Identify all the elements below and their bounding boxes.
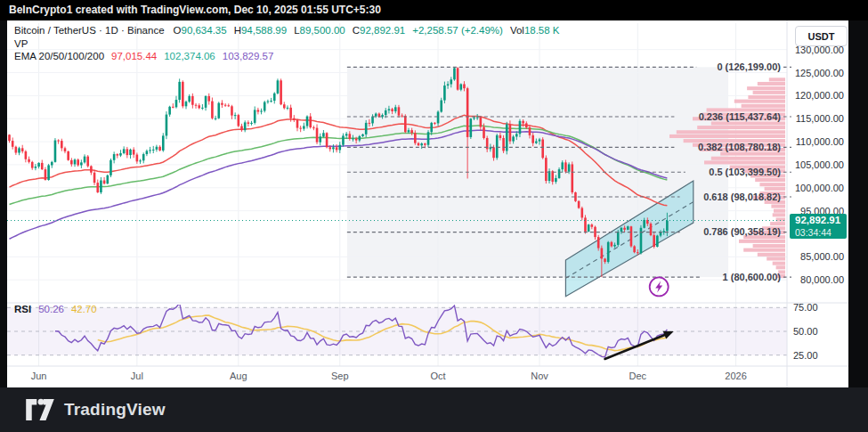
svg-text:0.5 (103,399.50): 0.5 (103,399.50): [709, 167, 781, 177]
ema-indicator-row[interactable]: EMA 20/50/100/200 97,015.44 102,374.06 1…: [14, 51, 560, 64]
svg-text:25.00: 25.00: [793, 350, 818, 361]
ema50-value: 97,015.44: [111, 51, 157, 61]
change-value: +2,258.57 (+2.49%): [412, 25, 503, 36]
watermark-bar: BeInCrypto1 created with TradingView.com…: [0, 0, 868, 20]
symbol-title[interactable]: Bitcoin / TetherUS · 1D · Binance: [14, 25, 165, 36]
rsi-panel: [7, 303, 787, 357]
ema-label: EMA 20/50/100/200: [14, 51, 104, 61]
rsi-legend: RSI 50.26 42.70: [14, 304, 97, 317]
svg-text:105,000.00: 105,000.00: [795, 159, 844, 170]
svg-text:1 (80,600.00): 1 (80,600.00): [723, 272, 782, 282]
svg-text:0 (126,199.00): 0 (126,199.00): [717, 61, 781, 72]
lightning-icon[interactable]: [650, 277, 669, 296]
svg-text:0.236 (115,437.64): 0.236 (115,437.64): [699, 111, 782, 122]
svg-text:75.00: 75.00: [793, 302, 818, 313]
low-value: L89,500.00: [294, 25, 345, 36]
svg-text:Dec: Dec: [629, 371, 647, 381]
svg-text:Jun: Jun: [31, 371, 47, 381]
currency-toggle-button[interactable]: USDT: [795, 26, 848, 46]
vp-label: VP: [14, 38, 28, 49]
svg-text:125,000.00: 125,000.00: [795, 68, 844, 78]
svg-text:85,000.00: 85,000.00: [800, 251, 844, 262]
last-price-value: 92,892.91: [795, 215, 847, 227]
chart-legend: Bitcoin / TetherUS · 1D · Binance O90,63…: [14, 25, 560, 64]
svg-text:2026: 2026: [725, 371, 746, 381]
svg-text:110,000.00: 110,000.00: [796, 136, 844, 147]
svg-text:80,000.00: 80,000.00: [800, 274, 844, 285]
symbol-row: Bitcoin / TetherUS · 1D · Binance O90,63…: [14, 25, 560, 38]
tradingview-logo-icon: [25, 398, 55, 421]
svg-text:Oct: Oct: [430, 371, 445, 381]
footer-bar: TradingView: [0, 387, 868, 432]
close-value: C92,892.91: [353, 25, 405, 36]
svg-text:Jul: Jul: [131, 371, 143, 381]
svg-text:100,000.00: 100,000.00: [795, 183, 844, 193]
open-value: O90,634.35: [174, 25, 227, 36]
high-value: H94,588.99: [234, 25, 287, 36]
svg-text:Sep: Sep: [331, 371, 349, 381]
rsi-row[interactable]: RSI 50.26 42.70: [14, 304, 97, 317]
tradingview-logo: TradingView: [25, 398, 166, 421]
left-frame-strip: [0, 20, 7, 387]
vp-indicator-row[interactable]: VP: [14, 38, 560, 52]
svg-text:115,000.00: 115,000.00: [796, 113, 844, 124]
rsi-title: RSI: [14, 304, 31, 314]
svg-text:50.00: 50.00: [793, 326, 818, 337]
ema100-value: 102,374.06: [164, 51, 215, 61]
ema200-value: 103,829.57: [223, 51, 274, 61]
bar-countdown: 03:34:44: [795, 227, 847, 240]
svg-text:0.786 (90,358.19): 0.786 (90,358.19): [703, 226, 781, 237]
brand-text: TradingView: [64, 400, 166, 420]
svg-text:120,000.00: 120,000.00: [795, 90, 844, 101]
price-chart-surface[interactable]: 0 (126,199.00)0.236 (115,437.64)0.382 (1…: [0, 0, 868, 432]
rsi-ma-value: 42.70: [71, 304, 97, 314]
svg-text:0.382 (108,780.18): 0.382 (108,780.18): [698, 142, 781, 152]
right-frame-strip: [848, 20, 868, 387]
rsi-value: 50.26: [38, 304, 64, 314]
last-price-badge: 92,892.91 03:34:44: [790, 214, 847, 239]
watermark-text: BeInCrypto1 created with TradingView.com…: [9, 4, 381, 16]
svg-text:0.618 (98,018.82): 0.618 (98,018.82): [703, 192, 781, 202]
svg-text:Nov: Nov: [531, 371, 548, 381]
tradingview-screenshot: 0 (126,199.00)0.236 (115,437.64)0.382 (1…: [0, 0, 868, 432]
volume-value: Vol18.58 K: [510, 25, 560, 36]
svg-text:Aug: Aug: [230, 371, 247, 381]
